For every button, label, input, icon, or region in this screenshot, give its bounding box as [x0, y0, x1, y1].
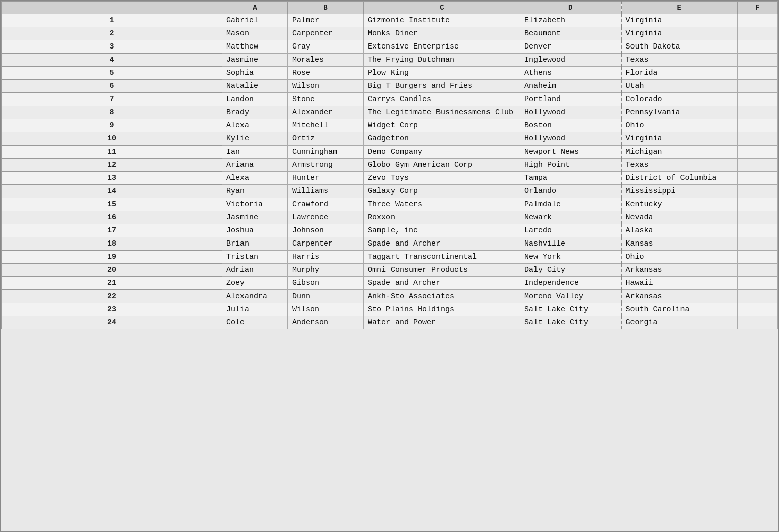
cell-first-name[interactable]: Zoey	[222, 277, 288, 290]
cell-empty-f[interactable]	[738, 198, 778, 211]
cell-last-name[interactable]: Alexander	[288, 106, 364, 119]
cell-empty-f[interactable]	[738, 172, 778, 185]
cell-company[interactable]: Plow King	[364, 67, 520, 80]
cell-city[interactable]: Salt Lake City	[520, 303, 621, 316]
cell-city[interactable]: Daly City	[520, 264, 621, 277]
cell-empty-f[interactable]	[738, 264, 778, 277]
cell-city[interactable]: Hollywood	[520, 132, 621, 146]
cell-first-name[interactable]: Alexa	[222, 172, 288, 185]
cell-empty-f[interactable]	[738, 303, 778, 316]
cell-state[interactable]: Pennsylvania	[621, 106, 738, 119]
cell-company[interactable]: The Frying Dutchman	[364, 54, 520, 67]
cell-empty-f[interactable]	[738, 80, 778, 93]
cell-empty-f[interactable]	[738, 132, 778, 146]
cell-city[interactable]: Hollywood	[520, 106, 621, 119]
cell-last-name[interactable]: Ortiz	[288, 132, 364, 146]
cell-first-name[interactable]: Cole	[222, 316, 288, 329]
cell-empty-f[interactable]	[738, 277, 778, 290]
col-header-c[interactable]: C	[364, 2, 520, 14]
cell-company[interactable]: Three Waters	[364, 198, 520, 211]
cell-city[interactable]: Salt Lake City	[520, 316, 621, 329]
cell-state[interactable]: South Dakota	[621, 40, 738, 54]
cell-city[interactable]: Tampa	[520, 172, 621, 185]
cell-first-name[interactable]: Brady	[222, 106, 288, 119]
cell-state[interactable]: Utah	[621, 80, 738, 93]
cell-last-name[interactable]: Wilson	[288, 303, 364, 316]
cell-last-name[interactable]: Johnson	[288, 224, 364, 237]
cell-state[interactable]: Colorado	[621, 93, 738, 106]
col-header-a[interactable]: A	[222, 2, 288, 14]
cell-city[interactable]: Denver	[520, 40, 621, 54]
cell-city[interactable]: High Point	[520, 159, 621, 172]
cell-state[interactable]: Arkansas	[621, 264, 738, 277]
cell-city[interactable]: Beaumont	[520, 27, 621, 40]
cell-company[interactable]: Zevo Toys	[364, 172, 520, 185]
cell-empty-f[interactable]	[738, 224, 778, 237]
cell-city[interactable]: Athens	[520, 67, 621, 80]
cell-empty-f[interactable]	[738, 211, 778, 224]
cell-city[interactable]: Boston	[520, 119, 621, 132]
cell-last-name[interactable]: Cunningham	[288, 146, 364, 159]
cell-last-name[interactable]: Lawrence	[288, 211, 364, 224]
col-header-f[interactable]: F	[738, 2, 778, 14]
col-header-b[interactable]: B	[288, 2, 364, 14]
cell-first-name[interactable]: Sophia	[222, 67, 288, 80]
cell-first-name[interactable]: Jasmine	[222, 54, 288, 67]
cell-company[interactable]: Omni Consumer Products	[364, 264, 520, 277]
cell-city[interactable]: Anaheim	[520, 80, 621, 93]
cell-first-name[interactable]: Jasmine	[222, 211, 288, 224]
cell-first-name[interactable]: Tristan	[222, 251, 288, 264]
cell-city[interactable]: Orlando	[520, 185, 621, 198]
cell-last-name[interactable]: Mitchell	[288, 119, 364, 132]
cell-last-name[interactable]: Williams	[288, 185, 364, 198]
cell-company[interactable]: Spade and Archer	[364, 237, 520, 251]
cell-empty-f[interactable]	[738, 27, 778, 40]
cell-city[interactable]: Moreno Valley	[520, 290, 621, 303]
cell-first-name[interactable]: Ariana	[222, 159, 288, 172]
cell-state[interactable]: District of Columbia	[621, 172, 738, 185]
cell-last-name[interactable]: Gray	[288, 40, 364, 54]
cell-company[interactable]: Monks Diner	[364, 27, 520, 40]
cell-last-name[interactable]: Crawford	[288, 198, 364, 211]
cell-first-name[interactable]: Alexa	[222, 119, 288, 132]
cell-city[interactable]: New York	[520, 251, 621, 264]
cell-state[interactable]: Hawaii	[621, 277, 738, 290]
cell-last-name[interactable]: Morales	[288, 54, 364, 67]
cell-last-name[interactable]: Harris	[288, 251, 364, 264]
cell-state[interactable]: Texas	[621, 54, 738, 67]
cell-first-name[interactable]: Ian	[222, 146, 288, 159]
cell-first-name[interactable]: Victoria	[222, 198, 288, 211]
cell-city[interactable]: Nashville	[520, 237, 621, 251]
cell-company[interactable]: Galaxy Corp	[364, 185, 520, 198]
cell-city[interactable]: Elizabeth	[520, 14, 621, 27]
cell-company[interactable]: Roxxon	[364, 211, 520, 224]
cell-empty-f[interactable]	[738, 40, 778, 54]
cell-company[interactable]: Demo Company	[364, 146, 520, 159]
cell-empty-f[interactable]	[738, 237, 778, 251]
cell-first-name[interactable]: Alexandra	[222, 290, 288, 303]
col-header-d[interactable]: D	[520, 2, 621, 14]
cell-state[interactable]: Virginia	[621, 27, 738, 40]
cell-city[interactable]: Portland	[520, 93, 621, 106]
cell-empty-f[interactable]	[738, 146, 778, 159]
cell-empty-f[interactable]	[738, 251, 778, 264]
cell-city[interactable]: Independence	[520, 277, 621, 290]
cell-state[interactable]: Texas	[621, 159, 738, 172]
cell-company[interactable]: Carrys Candles	[364, 93, 520, 106]
cell-city[interactable]: Laredo	[520, 224, 621, 237]
cell-last-name[interactable]: Stone	[288, 93, 364, 106]
cell-state[interactable]: Ohio	[621, 251, 738, 264]
cell-state[interactable]: Georgia	[621, 316, 738, 329]
cell-empty-f[interactable]	[738, 119, 778, 132]
cell-city[interactable]: Newport News	[520, 146, 621, 159]
cell-empty-f[interactable]	[738, 290, 778, 303]
cell-empty-f[interactable]	[738, 14, 778, 27]
cell-state[interactable]: South Carolina	[621, 303, 738, 316]
cell-company[interactable]: Water and Power	[364, 316, 520, 329]
cell-company[interactable]: Ankh-Sto Associates	[364, 290, 520, 303]
cell-last-name[interactable]: Hunter	[288, 172, 364, 185]
cell-last-name[interactable]: Carpenter	[288, 237, 364, 251]
cell-first-name[interactable]: Julia	[222, 303, 288, 316]
cell-state[interactable]: Alaska	[621, 224, 738, 237]
cell-company[interactable]: Gadgetron	[364, 132, 520, 146]
